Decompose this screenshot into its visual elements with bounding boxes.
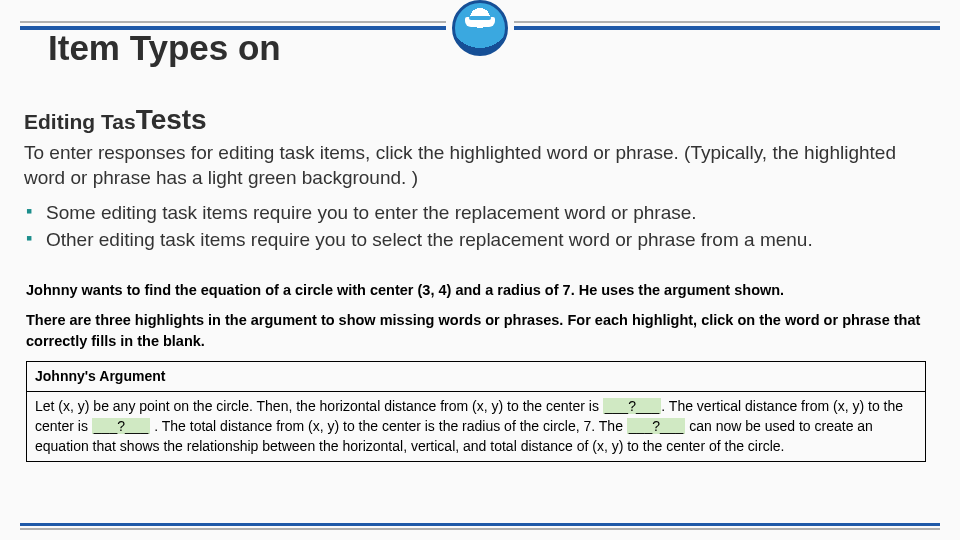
- argument-table-body: Let (x, y) be any point on the circle. T…: [27, 392, 926, 462]
- slide-subtitle: Editing TasTests: [24, 104, 207, 136]
- slide-title: Item Types on X: [48, 30, 408, 104]
- example-problem-line: Johnny wants to find the equation of a c…: [26, 280, 926, 300]
- bullet-2: Other editing task items require you to …: [24, 227, 936, 252]
- bottom-blue-rule: [20, 523, 940, 526]
- blank-3[interactable]: ___?___: [627, 418, 686, 434]
- logo-container: [446, 0, 514, 56]
- blank-2[interactable]: ___?___: [92, 418, 151, 434]
- subtitle-prefix: Editing Tas: [24, 110, 136, 133]
- argument-table: Johnny's Argument Let (x, y) be any poin…: [26, 361, 926, 462]
- intro-paragraph: To enter responses for editing task item…: [24, 140, 936, 190]
- example-instructions: There are three highlights in the argume…: [26, 310, 926, 351]
- bottom-gray-rule: [20, 528, 940, 530]
- argument-table-header: Johnny's Argument: [27, 361, 926, 392]
- arg-seg-0: Let (x, y) be any point on the circle. T…: [35, 398, 603, 414]
- example-problem-text: Johnny wants to find the equation of a c…: [26, 282, 784, 298]
- arg-seg-2: . The total distance from (x, y) to the …: [150, 418, 626, 434]
- school-logo-icon: [452, 0, 508, 56]
- subtitle-overlay: Tests: [136, 104, 207, 135]
- bullet-1: Some editing task items require you to e…: [24, 200, 936, 225]
- title-line1: Item Types on: [48, 28, 281, 67]
- blank-1[interactable]: ___?___: [603, 398, 662, 414]
